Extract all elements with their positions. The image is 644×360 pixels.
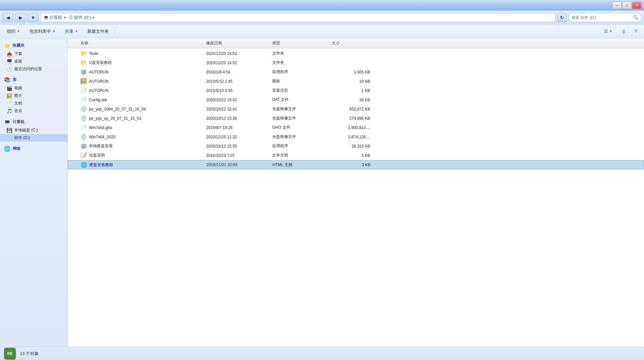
videos-icon: 🎬 xyxy=(7,86,12,91)
file-name: AUTORUN xyxy=(89,88,108,93)
file-name: pe_yqs_1064_20_07_31_16_04 xyxy=(89,107,146,112)
table-row[interactable]: 📁Tools2020/12/25 14:52文件夹 xyxy=(68,49,644,58)
table-row[interactable]: 💿pe_yqs_xp_20_07_31_15_532020/10/12 15:3… xyxy=(68,114,644,123)
share-button[interactable]: 共享 ▼ xyxy=(61,26,82,37)
sidebar: ⭐ 收藏夹 📥 下载 🖥️ 桌面 🕐 最近访问的位置 📚 库 xyxy=(0,38,68,347)
file-modified: 2015/5/10 2:45 xyxy=(203,88,270,93)
file-name-cell: 🖼️AUTORUN xyxy=(78,78,203,84)
minimize-button[interactable]: ─ xyxy=(612,2,622,9)
sidebar-item-software-d[interactable]: 💿 软件 (D:) xyxy=(0,134,67,142)
file-modified: 2020/10/12 15:30 xyxy=(203,144,270,149)
software-d-icon: 💿 xyxy=(7,135,12,141)
file-icon: 💿 xyxy=(80,134,87,140)
table-row[interactable]: 💿pe_yqs_1064_20_07_31_16_042020/10/12 15… xyxy=(68,105,644,114)
sidebar-library-section: 📚 库 🎬 视频 🖼️ 图片 📄 文档 🎵 音乐 xyxy=(0,75,67,115)
sidebar-library-header[interactable]: 📚 库 xyxy=(0,75,67,84)
sidebar-network-label: 网络 xyxy=(13,146,21,152)
file-type: 应用程序 xyxy=(270,69,329,75)
table-row[interactable]: 📁U盘安装教程2020/12/25 14:52文件夹 xyxy=(68,58,644,68)
table-row[interactable]: ⚙️本地硬盘安装2020/10/12 15:30应用程序28,315 KB xyxy=(68,142,644,151)
maximize-button[interactable]: □ xyxy=(622,2,631,9)
file-list: 📁Tools2020/12/25 14:52文件夹📁U盘安装教程2020/12/… xyxy=(68,48,644,169)
preview-button[interactable]: ▯ xyxy=(618,26,629,37)
breadcrumb-computer[interactable]: 💻 计算机 xyxy=(43,15,62,21)
table-row[interactable]: 📄Win7x64.gho2019/9/7 19:25GHO 文件2,900,81… xyxy=(68,123,644,132)
col-type[interactable]: 类型 xyxy=(270,40,329,46)
sidebar-favorites-header[interactable]: ⭐ 收藏夹 xyxy=(0,41,67,50)
sidebar-network-section: 🌐 网络 xyxy=(0,144,67,153)
forward-button[interactable]: ▶ xyxy=(15,13,26,22)
dropdown-button[interactable]: ▼ xyxy=(28,13,38,22)
table-row[interactable]: 💿Win7x64_20202020/12/25 11:32光盘映像文件3,874… xyxy=(68,132,644,142)
table-row[interactable]: 📝光盘说明2016/10/23 7:07文本文档5 KB xyxy=(68,151,644,160)
sidebar-item-recent-label: 最近访问的位置 xyxy=(14,66,42,72)
recent-icon: 🕐 xyxy=(7,67,12,72)
include-library-button[interactable]: 包含到库中 ▼ xyxy=(25,26,60,37)
sidebar-item-music[interactable]: 🎵 音乐 xyxy=(0,107,67,115)
file-icon: 🖼️ xyxy=(80,78,87,84)
breadcrumb-drive[interactable]: 💿 软件 (D:) xyxy=(68,15,91,21)
file-name-cell: ⚙️本地硬盘安装 xyxy=(78,143,203,149)
file-icon: 📁 xyxy=(80,60,87,66)
file-name-cell: 📁U盘安装教程 xyxy=(78,60,203,66)
file-name: AUTORUN xyxy=(89,70,108,74)
help-button[interactable]: ? xyxy=(630,26,641,37)
breadcrumb: 💻 计算机 ► 💿 软件 (D:) ► xyxy=(40,13,555,22)
table-row[interactable]: 📄Config.dat2020/10/12 15:42DAT 文件36 KB xyxy=(68,95,644,105)
file-modified: 2020/12/25 11:32 xyxy=(203,135,270,139)
file-name: U盘安装教程 xyxy=(89,60,112,66)
file-type: 文本文档 xyxy=(270,153,329,158)
views-button[interactable]: ☷ ▼ xyxy=(600,26,617,37)
toolbar: 组织 ▼ 包含到库中 ▼ 共享 ▼ 新建文件夹 ☷ ▼ ▯ ? xyxy=(0,24,644,38)
close-button[interactable]: ✕ xyxy=(632,2,641,9)
new-folder-button[interactable]: 新建文件夹 xyxy=(83,26,113,37)
sidebar-item-videos[interactable]: 🎬 视频 xyxy=(0,84,67,92)
file-name: 光盘说明 xyxy=(89,153,105,158)
file-name-cell: 📄Win7x64.gho xyxy=(78,124,203,131)
app-icon: RE xyxy=(4,348,16,360)
file-name: Win7x64.gho xyxy=(89,125,112,130)
col-modified[interactable]: 修改日期 xyxy=(203,40,270,46)
file-size: 28,315 KB xyxy=(329,144,375,149)
file-modified: 2020/10/12 15:42 xyxy=(203,98,270,102)
file-size: 3 KB xyxy=(329,162,376,167)
sidebar-item-documents[interactable]: 📄 文档 xyxy=(0,100,67,107)
file-modified: 2016/1/8 4:54 xyxy=(203,70,270,74)
sidebar-computer-header[interactable]: 💻 计算机 xyxy=(0,117,67,126)
col-size[interactable]: 大小 xyxy=(329,40,375,46)
file-size: 36 KB xyxy=(329,98,375,102)
file-name-cell: 💿pe_yqs_1064_20_07_31_16_04 xyxy=(78,106,203,112)
main-layout: ⭐ 收藏夹 📥 下载 🖥️ 桌面 🕐 最近访问的位置 📚 库 xyxy=(0,38,644,347)
file-name-cell: 📄Config.dat xyxy=(78,97,203,103)
file-name: Win7x64_2020 xyxy=(89,135,115,139)
table-row[interactable]: ⚙️AUTORUN2016/1/8 4:54应用程序1,926 KB xyxy=(68,68,644,77)
organize-button[interactable]: 组织 ▼ xyxy=(3,26,24,37)
sidebar-item-pictures[interactable]: 🖼️ 图片 xyxy=(0,92,67,100)
table-row[interactable]: 📄AUTORUN2015/5/10 2:45安装信息1 KB xyxy=(68,86,644,95)
col-name[interactable]: 名称 xyxy=(78,40,203,46)
breadcrumb-arrow-1: ► xyxy=(64,16,67,19)
sidebar-network-header[interactable]: 🌐 网络 xyxy=(0,144,67,153)
table-row[interactable]: 🌐硬盘安装教程2016/11/21 22:03HTML 文档3 KB xyxy=(68,160,644,169)
file-icon: 🌐 xyxy=(81,162,87,168)
refresh-button[interactable]: ↻ xyxy=(557,13,567,22)
sidebar-item-recent[interactable]: 🕐 最近访问的位置 xyxy=(0,65,67,73)
organize-label: 组织 xyxy=(7,28,16,34)
breadcrumb-arrow-2: ► xyxy=(92,16,96,19)
search-input[interactable] xyxy=(572,15,633,20)
back-button[interactable]: ◀ xyxy=(3,13,13,22)
file-icon: ⚙️ xyxy=(80,69,87,75)
sidebar-item-desktop[interactable]: 🖥️ 桌面 xyxy=(0,58,67,65)
sidebar-computer-label: 计算机 xyxy=(13,119,24,125)
file-area: 名称 修改日期 类型 大小 📁Tools2020/12/25 14:52文件夹📁… xyxy=(68,38,644,347)
table-row[interactable]: 🖼️AUTORUN2015/5/10 2:45图标10 KB xyxy=(68,77,644,86)
file-modified: 2016/10/23 7:07 xyxy=(203,153,270,158)
search-bar: 🔍 xyxy=(569,13,641,22)
file-modified: 2016/11/21 22:03 xyxy=(204,162,270,167)
views-icon: ☷ xyxy=(604,29,608,34)
file-name: AUTORUN xyxy=(89,79,108,84)
local-disk-c-icon: 💾 xyxy=(7,128,12,133)
sidebar-item-music-label: 音乐 xyxy=(14,108,22,114)
sidebar-item-local-c[interactable]: 💾 本地磁盘 (C:) xyxy=(0,126,67,134)
sidebar-item-downloads[interactable]: 📥 下载 xyxy=(0,50,67,58)
